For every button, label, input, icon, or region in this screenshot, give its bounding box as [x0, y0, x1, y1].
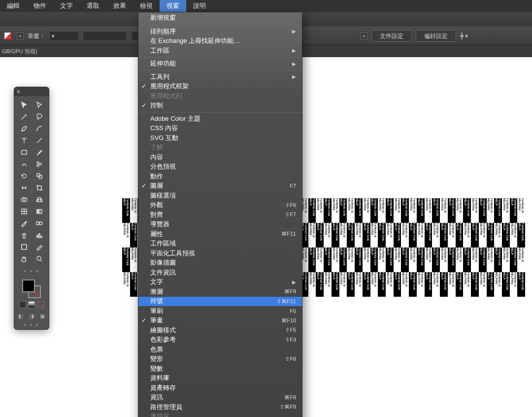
preferences-button[interactable]: 偏好設定	[416, 30, 456, 42]
none-mode-icon[interactable]	[37, 301, 44, 308]
fill-dropdown[interactable]: ▾	[17, 33, 24, 39]
gradient-tool[interactable]	[32, 206, 47, 217]
grip-icon[interactable]: ::::	[38, 90, 47, 94]
eyedropper-tool[interactable]	[16, 217, 32, 229]
menu-item-在 Exchange 上尋找延伸功能…[interactable]: 在 Exchange 上尋找延伸功能…	[138, 36, 302, 46]
menu-item-對齊[interactable]: 對齊⇧F7	[138, 210, 302, 220]
stroke-label: 筆畫：	[28, 32, 45, 40]
align-icon[interactable]: ╋ ▾	[460, 33, 468, 39]
menu-視窗[interactable]: 視窗	[160, 0, 186, 12]
menu-item-工作區[interactable]: 工作區▶	[138, 46, 302, 56]
menu-item-應用程式框架[interactable]: ✓應用程式框架	[138, 82, 302, 92]
color-mode-icon[interactable]	[19, 301, 26, 308]
svg-point-2	[37, 162, 39, 164]
shape-builder-tool[interactable]	[16, 194, 32, 206]
rectangle-tool[interactable]	[16, 146, 32, 158]
menu-item-分色預視[interactable]: 分色預視	[138, 162, 302, 172]
shaper-tool[interactable]	[16, 158, 32, 170]
menu-選取[interactable]: 選取	[80, 0, 106, 12]
menu-item-影像描圖[interactable]: 影像描圖	[138, 258, 302, 268]
menu-item-內容[interactable]: 內容	[138, 152, 302, 162]
menu-item-變數[interactable]: 變數	[138, 364, 302, 374]
menu-item-工作區域[interactable]: 工作區域	[138, 239, 302, 249]
menu-item-變形[interactable]: 變形⇧F8	[138, 354, 302, 364]
stroke-style-dropdown[interactable]	[83, 31, 127, 41]
screen-mode[interactable]: ● ● ●	[14, 321, 49, 329]
menu-item-新增視窗[interactable]: 新增視窗	[138, 12, 302, 23]
menu-item-符號[interactable]: 符號⇧⌘F11	[138, 297, 302, 307]
menu-item-路徑管理員[interactable]: 路徑管理員⇧⌘F9	[138, 402, 302, 412]
tools-more[interactable]: ● ● ●	[14, 268, 49, 276]
blend-tool[interactable]	[32, 217, 47, 229]
menu-item-Adobe Color 主題[interactable]: Adobe Color 主題	[138, 114, 302, 124]
menu-item-平面化工具預視[interactable]: 平面化工具預視	[138, 248, 302, 258]
menu-item-工具列[interactable]: 工具列▶	[138, 72, 302, 82]
symbol-sprayer-tool[interactable]	[16, 229, 32, 241]
menu-效果[interactable]: 效果	[106, 0, 133, 12]
menu-item-外觀[interactable]: 外觀⇧F6	[138, 201, 302, 210]
gradient-mode-icon[interactable]	[28, 301, 35, 308]
fill-swatch[interactable]	[22, 279, 35, 292]
menu-item-筆刷[interactable]: 筆刷F5	[138, 306, 302, 316]
menu-item-漸層[interactable]: 漸層⌘F9	[138, 287, 302, 297]
menu-item-筆畫[interactable]: ✓筆畫⌘F10	[138, 316, 302, 326]
document-setup-button[interactable]: 文件設定	[371, 30, 412, 42]
selection-tool[interactable]	[16, 99, 32, 111]
hand-tool[interactable]	[16, 253, 32, 265]
menu-物件[interactable]: 物件	[27, 0, 53, 12]
menu-item-繪圖樣式[interactable]: 繪圖樣式⇧F5	[138, 325, 302, 335]
menu-item-CSS 內容[interactable]: CSS 內容	[138, 124, 302, 134]
curvature-tool[interactable]	[32, 123, 47, 135]
magic-wand-tool[interactable]	[16, 111, 32, 123]
stroke-weight-input[interactable]: ▾	[49, 31, 79, 41]
lasso-tool[interactable]	[32, 111, 47, 123]
svg-point-14	[39, 222, 42, 225]
draw-inside-icon[interactable]: ▣	[40, 313, 45, 319]
width-tool[interactable]	[16, 182, 32, 194]
menu-item-資訊[interactable]: 資訊⌘F8	[138, 393, 302, 403]
column-graph-tool[interactable]	[32, 229, 47, 241]
menu-說明[interactable]: 說明	[186, 0, 213, 12]
menu-檢視[interactable]: 檢視	[133, 0, 160, 12]
menu-item-延伸功能[interactable]: 延伸功能▶	[138, 59, 302, 69]
menu-item-控制[interactable]: ✓控制	[138, 101, 302, 111]
scale-tool[interactable]	[32, 170, 47, 182]
close-icon[interactable]: ✕	[16, 89, 21, 95]
artboard-tool[interactable]	[16, 241, 32, 253]
rotate-tool[interactable]	[16, 170, 32, 182]
menu-item-資產轉存[interactable]: 資產轉存	[138, 383, 302, 393]
menu-item-資料庫[interactable]: 資料庫	[138, 374, 302, 383]
menu-item-SVG 互動[interactable]: SVG 互動	[138, 133, 302, 143]
draw-normal-icon[interactable]: ◧	[18, 313, 23, 319]
menu-item-導覽器[interactable]: 導覽器	[138, 220, 302, 230]
scissors-tool[interactable]	[32, 158, 47, 170]
menu-item-動作[interactable]: 動作	[138, 172, 302, 181]
menu-item-文字[interactable]: 文字▶	[138, 278, 302, 287]
preferences-label: 偏好設定	[424, 32, 448, 40]
menu-item-色彩參考[interactable]: 色彩參考⇧F3	[138, 335, 302, 345]
menu-item-排列順序[interactable]: 排列順序▶	[138, 27, 302, 36]
svg-rect-16	[37, 235, 38, 238]
mesh-tool[interactable]	[16, 206, 32, 217]
direct-selection-tool[interactable]	[32, 99, 47, 111]
menu-item-圖層[interactable]: ✓圖層F7	[138, 181, 302, 191]
opacity-dropdown[interactable]: ▾	[361, 33, 367, 39]
menu-item-色票[interactable]: 色票	[138, 345, 302, 354]
pen-tool[interactable]	[16, 123, 32, 135]
free-transform-tool[interactable]	[32, 182, 47, 194]
menu-item-屬性[interactable]: 屬性⌘F11	[138, 229, 302, 239]
menu-文字[interactable]: 文字	[53, 0, 80, 12]
tools-panel-header[interactable]: ✕ ::::	[14, 87, 49, 96]
line-tool[interactable]	[32, 135, 47, 146]
draw-behind-icon[interactable]: ◨	[29, 313, 34, 319]
svg-point-3	[37, 165, 39, 167]
menu-編輯[interactable]: 編輯	[0, 0, 27, 12]
menu-item-圖樣選項[interactable]: 圖樣選項	[138, 191, 302, 201]
slice-tool[interactable]	[32, 241, 47, 253]
type-tool[interactable]	[16, 135, 32, 146]
svg-rect-1	[22, 150, 27, 154]
menu-item-文件資訊[interactable]: 文件資訊	[138, 268, 302, 278]
zoom-tool[interactable]	[32, 253, 47, 265]
perspective-grid-tool[interactable]	[32, 194, 47, 206]
paintbrush-tool[interactable]	[32, 146, 47, 158]
